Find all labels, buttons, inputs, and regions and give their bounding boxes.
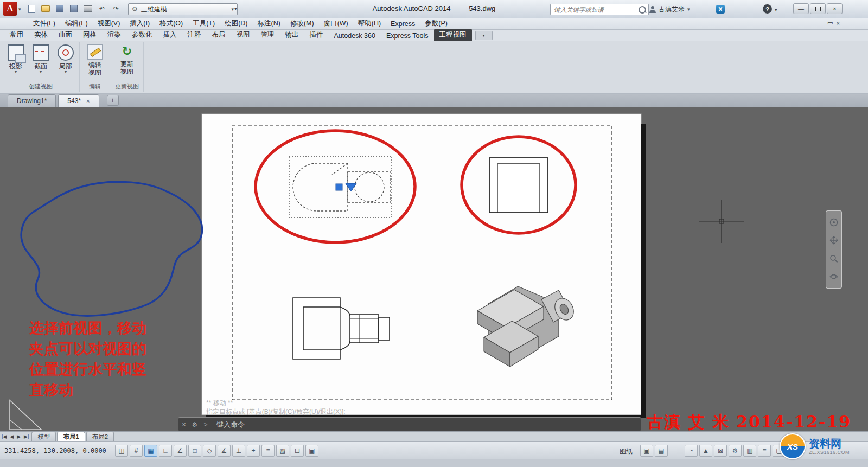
user-icon bbox=[649, 6, 656, 13]
doc-close-button[interactable]: × bbox=[836, 20, 839, 27]
orbit-icon[interactable] bbox=[828, 271, 839, 282]
ribbon-tab-annotate[interactable]: 注释 bbox=[182, 29, 207, 41]
menu-dimension[interactable]: 标注(N) bbox=[253, 19, 285, 28]
update-view-button[interactable]: ↻ 更新 视图 bbox=[114, 44, 139, 75]
file-tab-close-icon[interactable]: × bbox=[86, 98, 90, 104]
grid-display-toggle[interactable]: ▦ bbox=[144, 445, 157, 457]
layout-nav-first-icon[interactable]: |◀ bbox=[0, 434, 8, 439]
lineweight-toggle[interactable]: ≡ bbox=[261, 445, 275, 457]
object-snap-toggle[interactable]: □ bbox=[188, 445, 201, 457]
help-caret-icon[interactable]: ▾ bbox=[775, 7, 777, 12]
command-input[interactable]: 键入命令 bbox=[216, 420, 245, 430]
quick-properties-toggle[interactable]: ⊟ bbox=[291, 445, 304, 457]
search-icon[interactable] bbox=[639, 6, 646, 14]
navigation-wheel-icon[interactable] bbox=[828, 217, 839, 228]
layout-nav-prev-icon[interactable]: ◀ bbox=[8, 434, 15, 439]
transparency-toggle[interactable]: ▨ bbox=[276, 445, 289, 457]
menu-help[interactable]: 帮助(H) bbox=[353, 19, 386, 28]
quick-view-drawings-button[interactable]: ▤ bbox=[655, 445, 668, 457]
navigation-bar[interactable] bbox=[826, 210, 842, 289]
edit-view-button[interactable]: 编辑 视图 bbox=[82, 44, 107, 76]
menu-modify[interactable]: 修改(M) bbox=[285, 19, 319, 28]
ribbon-tab-drawing-views[interactable]: 工程视图 bbox=[434, 29, 472, 41]
doc-minimize-button[interactable]: — bbox=[818, 20, 824, 27]
selection-cycling-toggle[interactable]: ▣ bbox=[305, 445, 318, 457]
ribbon-tab-render[interactable]: 渲染 bbox=[102, 29, 126, 41]
menu-express[interactable]: Express bbox=[386, 20, 420, 28]
menu-edit[interactable]: 编辑(E) bbox=[60, 19, 93, 28]
command-line[interactable]: × ⚙ > 键入命令 bbox=[178, 417, 641, 432]
command-close-icon[interactable]: × bbox=[178, 421, 189, 428]
help-search-input[interactable] bbox=[553, 6, 639, 14]
drawing-area[interactable]: 选择前视图，移动 夹点可以对视图的 位置进行水平和竖 直移动 ** 移动 ** … bbox=[0, 107, 868, 431]
ribbon-minimize-control[interactable]: ▾ bbox=[475, 31, 493, 40]
tab-layout1[interactable]: 布局1 bbox=[57, 432, 85, 442]
menu-file[interactable]: 文件(F) bbox=[28, 19, 60, 28]
menu-view[interactable]: 视图(V) bbox=[93, 19, 125, 28]
ribbon-tab-mesh[interactable]: 网格 bbox=[78, 29, 102, 41]
projection-view-icon bbox=[8, 44, 24, 61]
ribbon-tab-output[interactable]: 输出 bbox=[280, 29, 304, 41]
file-tab-543[interactable]: 543* × bbox=[58, 94, 99, 107]
ribbon-tab-layout[interactable]: 布局 bbox=[207, 29, 231, 41]
polar-tracking-toggle[interactable]: ∠ bbox=[174, 445, 187, 457]
help-search-box[interactable] bbox=[550, 4, 649, 15]
quick-view-layouts-button[interactable]: ▣ bbox=[640, 445, 653, 457]
menu-tools[interactable]: 工具(T) bbox=[188, 19, 220, 28]
3d-object-snap-toggle[interactable]: ◇ bbox=[203, 445, 216, 457]
side-view[interactable] bbox=[489, 158, 548, 213]
infer-constraints-toggle[interactable]: ◫ bbox=[115, 445, 128, 457]
ribbon-tab-parametric[interactable]: 参数化 bbox=[126, 29, 158, 41]
section-view-button[interactable]: 截面 ▾ bbox=[28, 44, 53, 74]
file-tab-drawing1[interactable]: Drawing1* bbox=[8, 94, 56, 107]
exchange-apps-icon[interactable]: X bbox=[716, 5, 725, 14]
doc-restore-button[interactable]: ▭ bbox=[827, 20, 833, 27]
menu-parametric[interactable]: 参数(P) bbox=[420, 19, 452, 28]
isolate-objects-button[interactable]: ⊠ bbox=[714, 445, 727, 457]
detail-caret-icon: ▾ bbox=[53, 70, 78, 74]
account-caret-icon: ▾ bbox=[687, 7, 690, 12]
menu-window[interactable]: 窗口(W) bbox=[319, 19, 353, 28]
grip-square[interactable] bbox=[336, 184, 342, 190]
ribbon-tab-express-tools[interactable]: Express Tools bbox=[381, 30, 434, 41]
account-area[interactable]: 古滇艾米 ▾ bbox=[649, 4, 690, 15]
pan-icon[interactable] bbox=[828, 235, 839, 246]
command-customize-icon[interactable]: ⚙ bbox=[189, 421, 200, 428]
snap-mode-toggle[interactable]: # bbox=[130, 445, 143, 457]
zoom-icon[interactable] bbox=[828, 253, 839, 264]
ribbon-tab-insert[interactable]: 插入 bbox=[158, 29, 182, 41]
layout-nav-next-icon[interactable]: ▶ bbox=[15, 434, 22, 439]
restore-button[interactable] bbox=[810, 3, 826, 14]
new-drawing-tab-button[interactable]: + bbox=[107, 95, 119, 106]
ortho-mode-toggle[interactable]: ∟ bbox=[159, 445, 172, 457]
clean-screen-left-button[interactable]: ▥ bbox=[743, 445, 756, 457]
status-menu-button[interactable]: ≡ bbox=[758, 445, 771, 457]
annotation-visibility-button[interactable]: ▲ bbox=[699, 445, 712, 457]
annotation-scale-button[interactable]: ◔ bbox=[685, 445, 698, 457]
ribbon-tab-view[interactable]: 视图 bbox=[231, 29, 256, 41]
object-snap-tracking-toggle[interactable]: ∡ bbox=[218, 445, 231, 457]
menu-format[interactable]: 格式(O) bbox=[155, 19, 188, 28]
projection-view-button[interactable]: 投影 ▾ bbox=[3, 44, 28, 74]
ribbon-tab-autodesk360[interactable]: Autodesk 360 bbox=[329, 30, 381, 41]
window-title-doc: 543.dwg bbox=[469, 4, 495, 12]
ribbon-tab-surface[interactable]: 曲面 bbox=[53, 29, 78, 41]
paper-space-label[interactable]: 图纸 bbox=[620, 447, 633, 456]
detail-view-button[interactable]: 局部 ▾ bbox=[53, 44, 78, 74]
ribbon-tab-solid[interactable]: 实体 bbox=[29, 29, 53, 41]
help-icon[interactable]: ? bbox=[763, 4, 772, 14]
menu-insert[interactable]: 插入(I) bbox=[125, 19, 155, 28]
settings-gear-button[interactable]: ⚙ bbox=[729, 445, 742, 457]
close-button[interactable]: × bbox=[827, 3, 843, 14]
dynamic-ucs-toggle[interactable]: ⊥ bbox=[232, 445, 245, 457]
menu-draw[interactable]: 绘图(D) bbox=[220, 19, 252, 28]
watermark: XS 资料网 ZL.XS1616.COM bbox=[780, 432, 861, 460]
ribbon-tab-home[interactable]: 常用 bbox=[4, 29, 29, 41]
tab-layout2[interactable]: 布局2 bbox=[86, 432, 114, 442]
dynamic-input-toggle[interactable]: + bbox=[247, 445, 260, 457]
ribbon-tab-manage[interactable]: 管理 bbox=[256, 29, 280, 41]
ribbon-tab-plugins[interactable]: 插件 bbox=[304, 29, 329, 41]
tab-model[interactable]: 模型 bbox=[31, 432, 56, 442]
minimize-button[interactable]: — bbox=[793, 3, 809, 14]
layout-nav-last-icon[interactable]: ▶| bbox=[22, 434, 30, 439]
